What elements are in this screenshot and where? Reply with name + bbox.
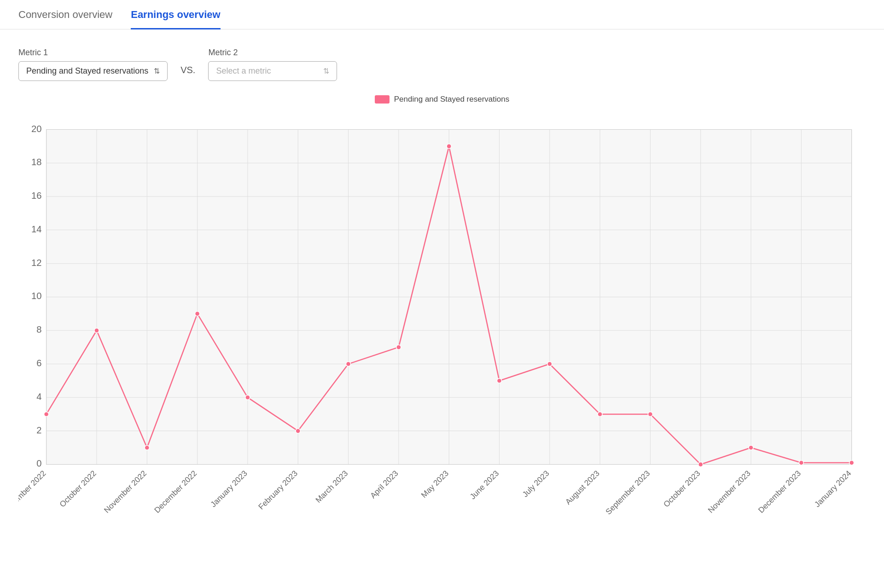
svg-point-69 <box>598 412 602 416</box>
chart-wrapper: 02468101214161820September 2022October 2… <box>18 113 866 527</box>
svg-text:November 2022: November 2022 <box>102 468 149 515</box>
svg-text:0: 0 <box>36 458 41 468</box>
metric1-value: Pending and Stayed reservations <box>26 66 148 76</box>
svg-text:November 2023: November 2023 <box>706 468 752 515</box>
svg-point-58 <box>44 412 49 416</box>
svg-point-63 <box>296 429 300 433</box>
svg-point-67 <box>497 378 501 383</box>
metric1-label: Metric 1 <box>18 48 168 58</box>
svg-point-72 <box>749 445 753 450</box>
chevron-updown-icon: ⇅ <box>154 67 160 75</box>
svg-point-68 <box>547 362 552 366</box>
legend-label: Pending and Stayed reservations <box>394 95 509 104</box>
svg-text:December 2023: December 2023 <box>756 468 803 515</box>
svg-point-62 <box>245 395 250 400</box>
svg-point-73 <box>799 461 803 465</box>
svg-text:February 2023: February 2023 <box>256 468 299 511</box>
svg-text:8: 8 <box>36 324 41 334</box>
metric2-select[interactable]: Select a metric ⇅ <box>208 61 337 81</box>
svg-text:20: 20 <box>31 124 41 134</box>
svg-point-66 <box>447 144 451 149</box>
svg-text:2: 2 <box>36 425 41 435</box>
svg-point-59 <box>94 328 99 333</box>
svg-text:October 2023: October 2023 <box>662 468 702 509</box>
svg-point-70 <box>648 412 652 416</box>
svg-text:14: 14 <box>31 224 41 234</box>
svg-text:July 2023: July 2023 <box>520 468 551 499</box>
legend-color-box <box>375 95 390 104</box>
metric1-group: Metric 1 Pending and Stayed reservations… <box>18 48 168 81</box>
chevron-updown-icon2: ⇅ <box>323 67 329 75</box>
svg-text:4: 4 <box>36 392 41 402</box>
svg-point-71 <box>698 462 703 467</box>
svg-text:May 2023: May 2023 <box>419 468 450 499</box>
svg-text:September 2023: September 2023 <box>604 468 651 516</box>
metric2-placeholder: Select a metric <box>216 66 271 76</box>
svg-text:January 2024: January 2024 <box>813 468 853 509</box>
svg-text:18: 18 <box>31 157 41 167</box>
metric2-label: Metric 2 <box>208 48 337 58</box>
svg-text:April 2023: April 2023 <box>368 468 400 500</box>
vs-label: VS. <box>177 65 199 81</box>
svg-text:September 2022: September 2022 <box>18 468 47 516</box>
svg-text:16: 16 <box>31 190 41 201</box>
chart-svg: 02468101214161820September 2022October 2… <box>18 113 866 527</box>
svg-text:October 2022: October 2022 <box>58 468 98 509</box>
svg-text:12: 12 <box>31 258 41 268</box>
tabs-bar: Conversion overview Earnings overview <box>0 0 884 29</box>
svg-text:March 2023: March 2023 <box>314 468 349 504</box>
svg-point-65 <box>396 345 401 350</box>
svg-text:August 2023: August 2023 <box>564 468 601 506</box>
svg-text:6: 6 <box>36 358 41 368</box>
svg-point-61 <box>195 311 200 316</box>
svg-text:10: 10 <box>31 291 41 301</box>
controls-section: Metric 1 Pending and Stayed reservations… <box>0 29 884 90</box>
chart-legend: Pending and Stayed reservations <box>18 95 866 104</box>
svg-text:January 2023: January 2023 <box>209 468 249 509</box>
svg-point-74 <box>849 461 854 465</box>
svg-point-64 <box>346 362 350 366</box>
page-container: Conversion overview Earnings overview Me… <box>0 0 884 588</box>
svg-text:June 2023: June 2023 <box>468 468 500 501</box>
metric1-select[interactable]: Pending and Stayed reservations ⇅ <box>18 61 168 81</box>
svg-text:December 2022: December 2022 <box>152 468 199 515</box>
tab-earnings[interactable]: Earnings overview <box>131 9 220 29</box>
metric2-group: Metric 2 Select a metric ⇅ <box>208 48 337 81</box>
svg-point-60 <box>145 445 149 450</box>
tab-conversion[interactable]: Conversion overview <box>18 9 112 29</box>
chart-section: Pending and Stayed reservations 02468101… <box>0 90 884 546</box>
